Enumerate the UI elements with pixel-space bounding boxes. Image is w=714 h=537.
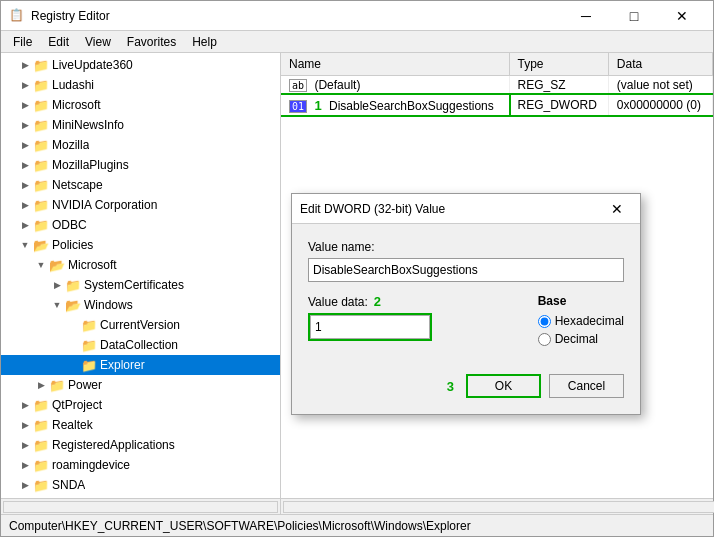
expander-icon: ▶	[17, 157, 33, 173]
tree-item[interactable]: ▶ 📁 LiveUpdate360	[1, 55, 280, 75]
tree-item-label: Policies	[52, 238, 93, 252]
folder-icon: 📁	[33, 97, 49, 113]
table-row[interactable]: ab (Default) REG_SZ (value not set)	[281, 75, 713, 95]
tree-item[interactable]: ▶ 📁 MozillaPlugins	[1, 155, 280, 175]
folder-icon: 📁	[49, 377, 65, 393]
hexadecimal-radio-label[interactable]: Hexadecimal	[538, 314, 624, 328]
dialog-data-row: Value data: 2 Base Hexadecimal	[308, 294, 624, 350]
minimize-button[interactable]: ─	[563, 1, 609, 31]
tree-item[interactable]: ▶ 📁 SystemCertificates	[1, 275, 280, 295]
tree-item[interactable]: ▶ 📁 Mozilla	[1, 135, 280, 155]
badge-1: 1	[314, 98, 321, 113]
menu-favorites[interactable]: Favorites	[119, 33, 184, 51]
cancel-button[interactable]: Cancel	[549, 374, 624, 398]
expander-icon: ▶	[17, 397, 33, 413]
tree-item[interactable]: ▼ 📂 Microsoft	[1, 255, 280, 275]
folder-icon: 📁	[81, 357, 97, 373]
badge-2: 2	[374, 294, 381, 309]
tree-item[interactable]: ▶ 📁 NVIDIA Corporation	[1, 195, 280, 215]
menu-file[interactable]: File	[5, 33, 40, 51]
expander-icon: ▶	[17, 497, 33, 498]
tree-item[interactable]: ▶ 📁 ODBC	[1, 215, 280, 235]
expander-icon: ▶	[17, 197, 33, 213]
close-button[interactable]: ✕	[659, 1, 705, 31]
tree-item[interactable]: ▶ 📁 MiniNewsInfo	[1, 115, 280, 135]
expander-icon: ▶	[17, 137, 33, 153]
tree-item-label: Power	[68, 378, 102, 392]
tree-item[interactable]: 📁 DataCollection	[1, 335, 280, 355]
folder-icon: 📁	[65, 277, 81, 293]
type-cell: REG_DWORD	[509, 95, 608, 115]
dialog-title-bar: Edit DWORD (32-bit) Value ✕	[292, 194, 640, 224]
tree-item[interactable]: ▶ 📁 SystemSres	[1, 495, 280, 498]
folder-icon: 📁	[33, 117, 49, 133]
ok-button[interactable]: OK	[466, 374, 541, 398]
decimal-radio-label[interactable]: Decimal	[538, 332, 624, 346]
folder-icon: 📁	[81, 317, 97, 333]
tree-item-label: Microsoft	[52, 98, 101, 112]
tree-item[interactable]: ▼ 📂 Policies	[1, 235, 280, 255]
bottom-scroll-area	[1, 498, 713, 514]
folder-icon: 📂	[65, 297, 81, 313]
table-row-highlighted[interactable]: 01 1 DisableSearchBoxSuggestions REG_DWO…	[281, 95, 713, 115]
tree-item[interactable]: ▶ 📁 RegisteredApplications	[1, 435, 280, 455]
tree-item-label: Explorer	[100, 358, 145, 372]
tree-item[interactable]: 📁 CurrentVersion	[1, 315, 280, 335]
reg-type-icon: ab	[289, 79, 307, 92]
value-name-input[interactable]	[308, 258, 624, 282]
status-text: Computer\HKEY_CURRENT_USER\SOFTWARE\Poli…	[9, 519, 471, 533]
value-name-label: Value name:	[308, 240, 624, 254]
dialog-close-button[interactable]: ✕	[602, 197, 632, 221]
tree-item-label: QtProject	[52, 398, 102, 412]
tree-panel[interactable]: ▶ 📁 LiveUpdate360 ▶ 📁 Ludashi ▶ 📁 Micros…	[1, 53, 281, 498]
status-bar: Computer\HKEY_CURRENT_USER\SOFTWARE\Poli…	[1, 514, 713, 536]
menu-help[interactable]: Help	[184, 33, 225, 51]
expander-icon: ▼	[49, 297, 65, 313]
folder-icon: 📁	[33, 217, 49, 233]
tree-item-label: DataCollection	[100, 338, 178, 352]
hexadecimal-label: Hexadecimal	[555, 314, 624, 328]
menu-edit[interactable]: Edit	[40, 33, 77, 51]
tree-item[interactable]: ▶ 📁 Power	[1, 375, 280, 395]
tree-item-label: SNDA	[52, 478, 85, 492]
tree-hscroll[interactable]	[1, 499, 281, 514]
hexadecimal-radio[interactable]	[538, 315, 551, 328]
tree-item[interactable]: ▶ 📁 roamingdevice	[1, 455, 280, 475]
folder-icon: 📁	[33, 397, 49, 413]
edit-dword-dialog: Edit DWORD (32-bit) Value ✕ Value name: …	[291, 193, 641, 415]
tree-item-label: LiveUpdate360	[52, 58, 133, 72]
expander-icon: ▶	[17, 97, 33, 113]
title-bar-left: 📋 Registry Editor	[9, 8, 110, 24]
data-cell: 0x00000000 (0)	[608, 95, 712, 115]
folder-icon: 📁	[33, 157, 49, 173]
col-type: Type	[509, 53, 608, 75]
folder-icon: 📁	[33, 137, 49, 153]
tree-item[interactable]: ▶ 📁 Netscape	[1, 175, 280, 195]
tree-item[interactable]: ▶ 📁 SNDA	[1, 475, 280, 495]
tree-item[interactable]: ▶ 📁 Ludashi	[1, 75, 280, 95]
right-hscroll[interactable]	[281, 499, 713, 514]
dialog-buttons: 3 OK Cancel	[292, 366, 640, 414]
tree-item[interactable]: ▼ 📂 Windows	[1, 295, 280, 315]
badge-3: 3	[447, 379, 454, 394]
expander-icon	[65, 357, 81, 373]
maximize-button[interactable]: □	[611, 1, 657, 31]
tree-item[interactable]: ▶ 📁 Realtek	[1, 415, 280, 435]
menu-view[interactable]: View	[77, 33, 119, 51]
dialog-base-section: Base Hexadecimal Decimal	[538, 294, 624, 350]
value-data-input[interactable]	[310, 315, 430, 339]
main-area: ▶ 📁 LiveUpdate360 ▶ 📁 Ludashi ▶ 📁 Micros…	[1, 53, 713, 498]
tree-item-label: SystemCertificates	[84, 278, 184, 292]
tree-item[interactable]: ▶ 📁 Microsoft	[1, 95, 280, 115]
tree-item[interactable]: ▶ 📁 QtProject	[1, 395, 280, 415]
expander-icon: ▼	[17, 237, 33, 253]
tree-item-label: Ludashi	[52, 78, 94, 92]
tree-item-label: Netscape	[52, 178, 103, 192]
tree-item-explorer[interactable]: 📁 Explorer	[1, 355, 280, 375]
col-name: Name	[281, 53, 509, 75]
expander-icon: ▶	[17, 77, 33, 93]
folder-icon: 📁	[33, 77, 49, 93]
decimal-radio[interactable]	[538, 333, 551, 346]
folder-icon: 📁	[33, 197, 49, 213]
data-cell: (value not set)	[608, 75, 712, 95]
